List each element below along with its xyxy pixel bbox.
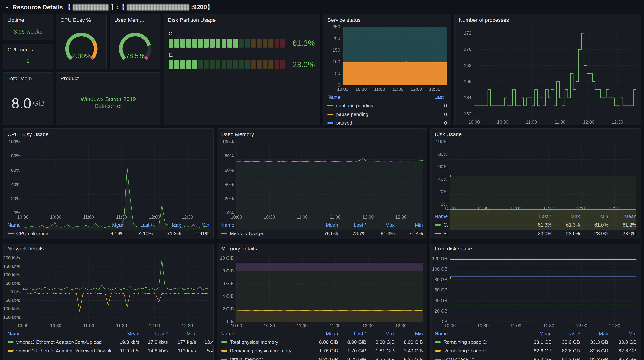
legend-row[interactable]: E:23.0%23.0%23.0%23.0% (435, 229, 636, 238)
legend-row[interactable]: CPU utilization4.19%4.10%71.2%1.91% (8, 229, 209, 238)
led-segment (245, 60, 250, 69)
legend-col-header[interactable]: Min (196, 331, 214, 337)
legend-value: 0 (422, 120, 447, 125)
legend-value: 13.4 kb/s (196, 339, 214, 345)
series-color-swatch (435, 224, 441, 226)
x-tick-label: 12:00 (149, 323, 160, 328)
chart-svg (23, 255, 209, 322)
legend-col-header[interactable]: Last * (552, 331, 580, 337)
chart-svg (474, 27, 636, 118)
panel-title[interactable]: CPU Busy Usage (4, 129, 214, 139)
legend-row[interactable]: vmxnet3 Ethernet Adapter-Received-Downlo… (8, 347, 214, 355)
legend-col-header[interactable]: Min (394, 331, 423, 337)
free-disk-chart[interactable]: 0 B20 GB40 GB60 GB80 GB100 GB120 GB 10:0… (430, 254, 640, 329)
y-tick-label: 40% (225, 182, 234, 187)
network-chart[interactable]: 200 kb/s150 kb/s100 kb/s50 kb/s0 b/s-50 … (4, 254, 214, 329)
y-tick-label: 100% (436, 139, 447, 144)
panel-cpu-busy-gauge: CPU Busy % 2.30% (56, 14, 107, 69)
x-tick-label: 12:30 (395, 214, 406, 220)
service-status-chart[interactable]: 050100150200250 10:0010:3011:0011:3012:0… (323, 25, 451, 92)
x-tick-label: 11:30 (392, 87, 404, 92)
free-disk-legend: NameMeanLast *MaxMinRemaining space C:33… (430, 329, 640, 360)
legend-value: 23.0% (524, 231, 552, 237)
used-memory-gauge: 78.5% (110, 25, 160, 69)
legend-name-header[interactable]: Name (328, 94, 422, 100)
legend-series-name: Remaining physical memory (221, 348, 310, 354)
legend-name-header[interactable]: Name (435, 331, 524, 337)
panel-title[interactable]: Product (56, 73, 160, 84)
legend-row[interactable]: Total physical memory8.00 GiB8.00 GiB8.0… (221, 338, 423, 347)
panel-title[interactable]: Network details (4, 243, 214, 254)
panel-title[interactable]: Disk Partition Usage (164, 14, 320, 25)
legend-value: 82.6 GB (552, 348, 580, 354)
legend-col-header[interactable]: Mean (524, 331, 552, 337)
legend-value: 19.3 kb/s (111, 339, 140, 345)
collapse-chevron-icon[interactable] (4, 5, 10, 10)
x-tick-label: 12:30 (182, 323, 193, 328)
legend-col-header[interactable]: Max (366, 331, 394, 337)
chart-svg (450, 255, 636, 322)
legend-col-header[interactable]: Last * (140, 331, 168, 337)
led-segment (268, 60, 273, 69)
processes-chart[interactable]: 162164166168170172 10:0010:3011:0011:301… (455, 25, 640, 125)
legend-name-header[interactable]: Name (8, 331, 111, 337)
y-tick-label: 8 GiB (222, 268, 234, 274)
legend-col-header[interactable]: Mean (111, 331, 140, 337)
series-color-swatch (221, 341, 227, 343)
panel-title[interactable]: CPU Busy % (56, 14, 106, 25)
legend-series-name: paused (328, 120, 422, 125)
led-segment (251, 60, 256, 69)
y-tick-label: 170 (464, 47, 472, 52)
legend-row[interactable]: Remaining space C:33.1 GB33.0 GB33.3 GB3… (435, 338, 636, 347)
legend-col-header[interactable]: Min (608, 331, 636, 337)
panel-title[interactable]: Number of processes (455, 14, 640, 25)
legend-row[interactable]: vmxnet3 Ethernet Adapter-Sent-Upload19.3… (8, 338, 214, 347)
panel-title[interactable]: Used Memory (217, 129, 427, 139)
legend-row[interactable]: pause pending0 (328, 110, 447, 119)
y-tick-label: -150 kb/s (3, 315, 20, 320)
legend-row[interactable]: Virtual memory9.25 GiB9.25 GiB9.25 GiB9.… (221, 355, 423, 360)
legend-col-header[interactable]: Last * (338, 331, 366, 337)
bottom-panel-row: Network details 200 kb/s150 kb/s100 kb/s… (3, 243, 641, 360)
panel-title[interactable]: Free disk space (430, 243, 640, 254)
legend-row[interactable]: Total space C:85.3 GB85.3 GB85.3 GB85.3 … (435, 355, 636, 360)
panel-title[interactable]: Uptime (4, 14, 53, 25)
x-tick-label: 11:00 (83, 323, 94, 328)
y-tick-label: 100 GB (432, 266, 447, 272)
panel-menu-icon[interactable]: ⋮ (418, 131, 424, 137)
panel-title[interactable]: Used Mem... (110, 14, 160, 25)
cpu-busy-usage-chart[interactable]: 0%20%40%60%80%100% 10:0010:3011:0011:301… (4, 139, 214, 220)
legend-col-header[interactable]: Max (580, 331, 608, 337)
legend-value: 23.0% (552, 231, 580, 237)
disk-usage-chart[interactable]: 0%20%40%60%80%100% 10:0010:3011:0011:301… (430, 139, 640, 211)
legend-header: NameMeanLast *MaxMin (435, 330, 636, 338)
legend-row[interactable]: Remaining space E:82.6 GB82.6 GB82.6 GB8… (435, 347, 636, 355)
panel-title[interactable]: Memory details (217, 243, 427, 254)
panel-title[interactable]: Total Mem... (4, 73, 53, 84)
x-tick-label: 12:30 (609, 323, 620, 328)
y-tick-label: 20 GB (434, 308, 447, 314)
legend-col-header[interactable]: Max (168, 331, 196, 337)
partition-label: C: (169, 31, 285, 37)
panel-title[interactable]: CPU cores (4, 44, 53, 55)
service-status-legend: NameLast *continue pending0pause pending… (323, 92, 451, 125)
legend-row[interactable]: paused0 (328, 119, 447, 125)
memory-details-chart[interactable]: 0 B2 GiB4 GiB6 GiB8 GiB10 GiB 10:0010:30… (217, 254, 427, 329)
x-tick-label: 10:00 (17, 323, 28, 328)
led-segment (169, 39, 173, 48)
used-memory-chart[interactable]: 0%20%40%60%80%100% 10:0010:3011:0011:301… (217, 139, 427, 220)
legend-name-header[interactable]: Name (221, 331, 310, 337)
legend-value: 85.3 GB (580, 357, 608, 360)
product-value: Windows Server 2019 Datacenter (68, 95, 149, 110)
panel-title[interactable]: Service status (323, 14, 451, 25)
legend-row[interactable]: continue pending0 (328, 101, 447, 110)
led-segment (210, 39, 214, 48)
panel-title[interactable]: Disk Usage (430, 129, 640, 139)
led-segment (198, 60, 203, 69)
y-tick-label: 40% (11, 182, 20, 187)
legend-row[interactable]: Remaining physical memory1.76 GiB1.70 Gi… (221, 347, 423, 355)
legend-col-header[interactable]: Mean (310, 331, 338, 337)
legend-col-header[interactable]: Last * (422, 94, 447, 100)
y-tick-label: 60% (225, 168, 234, 173)
legend-row[interactable]: Memory Usage78.0%78.7%81.3%77.4% (221, 229, 423, 238)
